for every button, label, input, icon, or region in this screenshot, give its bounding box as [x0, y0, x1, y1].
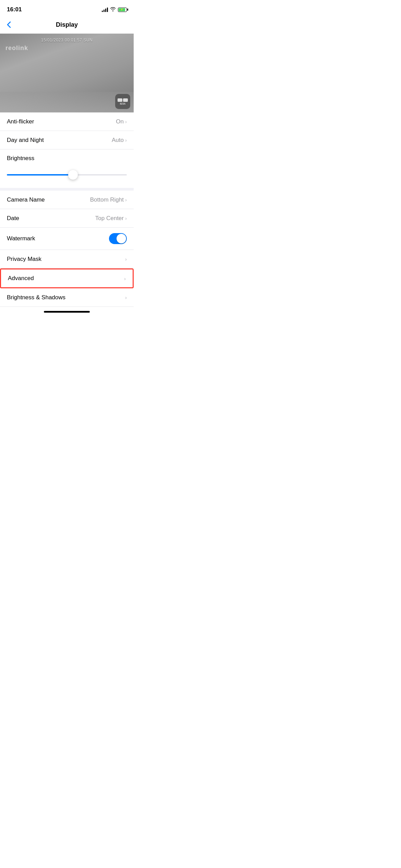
brightness-shadows-row[interactable]: Brightness & Shadows › — [0, 288, 134, 307]
toggle-thumb — [117, 234, 126, 243]
home-indicator — [0, 307, 134, 315]
nav-header: Display — [0, 17, 134, 34]
signal-icon — [102, 7, 108, 12]
advanced-value: › — [124, 276, 126, 281]
chevron-icon: › — [125, 256, 127, 262]
privacy-mask-value: › — [125, 256, 127, 262]
day-night-label: Day and Night — [7, 137, 44, 144]
overlay-label: 823A — [120, 103, 126, 105]
camera-preview: 15/01/2023 00:01:57 SUN reolink 823A — [0, 34, 134, 112]
chevron-icon: › — [125, 215, 127, 221]
settings-section: Anti-flicker On › Day and Night Auto › B… — [0, 112, 134, 307]
anti-flicker-label: Anti-flicker — [7, 118, 34, 125]
watermark-toggle[interactable] — [109, 233, 127, 244]
advanced-row[interactable]: Advanced › — [0, 268, 134, 288]
battery-icon: ⚡ — [118, 8, 127, 12]
day-night-value: Auto › — [112, 137, 127, 144]
date-value: Top Center › — [95, 215, 127, 222]
camera-name-value: Bottom Right › — [90, 196, 127, 203]
anti-flicker-value: On › — [116, 118, 127, 125]
chevron-icon: › — [125, 197, 127, 203]
day-night-row[interactable]: Day and Night Auto › — [0, 131, 134, 149]
camera-name-label: Camera Name — [7, 196, 45, 203]
date-row[interactable]: Date Top Center › — [0, 209, 134, 228]
page-title: Display — [56, 21, 78, 28]
back-button[interactable] — [5, 20, 12, 29]
camera-overlay-icon: 823A — [115, 94, 130, 109]
watermark-label: Watermark — [7, 235, 35, 242]
camera-brand: reolink — [5, 45, 28, 52]
brightness-slider[interactable] — [7, 169, 127, 181]
slider-fill — [7, 174, 73, 176]
status-bar: 16:01 ⚡ — [0, 0, 134, 17]
privacy-mask-row[interactable]: Privacy Mask › — [0, 250, 134, 268]
status-icons: ⚡ — [102, 7, 127, 12]
privacy-mask-label: Privacy Mask — [7, 256, 41, 263]
chevron-icon: › — [125, 119, 127, 124]
camera-name-row[interactable]: Camera Name Bottom Right › — [0, 191, 134, 209]
date-label: Date — [7, 215, 19, 222]
brightness-label: Brightness — [7, 155, 127, 162]
brightness-shadows-value: › — [125, 294, 127, 300]
home-bar — [44, 311, 90, 313]
camera-timestamp: 15/01/2023 00:01:57 SUN — [41, 38, 93, 43]
brightness-section: Brightness — [0, 149, 134, 191]
slider-thumb[interactable] — [68, 170, 78, 180]
chevron-icon: › — [124, 276, 126, 281]
advanced-label: Advanced — [8, 275, 34, 282]
chevron-icon: › — [125, 137, 127, 143]
chevron-icon: › — [125, 294, 127, 300]
wifi-icon — [110, 7, 116, 12]
anti-flicker-row[interactable]: Anti-flicker On › — [0, 112, 134, 131]
slider-track — [7, 174, 127, 176]
brightness-shadows-label: Brightness & Shadows — [7, 294, 65, 301]
watermark-row[interactable]: Watermark — [0, 228, 134, 250]
status-time: 16:01 — [7, 6, 22, 13]
